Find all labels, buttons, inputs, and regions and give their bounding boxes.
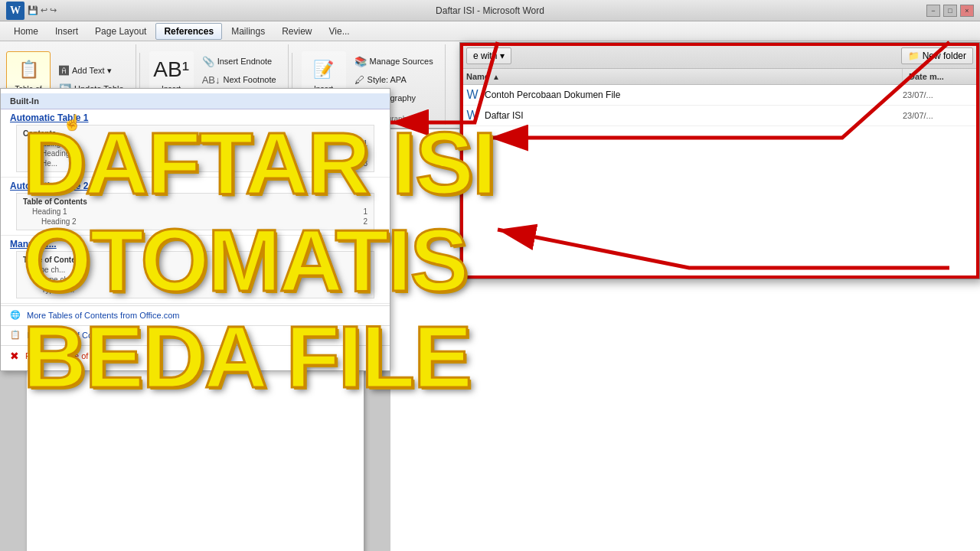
- fe-col-name: Name ▲: [460, 69, 903, 84]
- remove-toc-label: Remove Table of Contents: [25, 351, 124, 360]
- toc-dropdown: Built-In Automatic Table 1 Contents Head…: [0, 88, 390, 371]
- toc-option-auto1[interactable]: Automatic Table 1 Contents Heading 11 He…: [1, 109, 390, 178]
- manage-sources-button[interactable]: 📚 Manage Sources: [349, 54, 439, 70]
- new-folder-label: New folder: [923, 51, 966, 61]
- add-text-icon: 🅰: [59, 65, 69, 77]
- more-toc-icon: 🌐: [10, 310, 21, 320]
- toc-preview-row: He...3: [23, 158, 368, 168]
- menu-home[interactable]: Home: [6, 24, 46, 39]
- window-controls[interactable]: − □ ×: [926, 5, 974, 17]
- next-footnote-icon: AB↓: [202, 74, 220, 86]
- menu-view[interactable]: Vie...: [322, 24, 358, 39]
- more-toc-label: More Tables of Contents from Office.com: [27, 311, 180, 320]
- toc-preview-row: Heading 11: [23, 207, 368, 217]
- minimize-btn[interactable]: −: [926, 5, 940, 17]
- file-date-1: 23/07/...: [903, 90, 979, 99]
- insert-endnote-label: Insert Endnote: [217, 57, 273, 66]
- remove-toc-button[interactable]: ✖ Remove Table of Contents: [1, 345, 390, 366]
- toc-preview-row: Type ch...2: [23, 275, 368, 285]
- toc-preview-auto2: Table of Contents Heading 11 Heading 22: [16, 193, 374, 230]
- menu-page-layout[interactable]: Page Layout: [87, 24, 154, 39]
- word-file-icon-2: W: [460, 109, 485, 122]
- title-bar: W 💾 ↩ ↪ Daftar ISI - Microsoft Word − □ …: [0, 0, 980, 21]
- insert-citation-icon: 📝: [310, 56, 338, 83]
- more-toc-button[interactable]: 🌐 More Tables of Contents from Office.co…: [1, 305, 390, 324]
- sort-icon: ▲: [492, 73, 500, 81]
- menu-insert[interactable]: Insert: [47, 24, 86, 39]
- toc-preview-row: Type ch...1: [23, 265, 368, 275]
- fe-col-date: Date m...: [903, 69, 979, 84]
- style-label: Style: APA: [368, 75, 407, 84]
- insert-endnote-icon: 📎: [202, 56, 214, 67]
- next-footnote-label: Next Footnote: [223, 75, 276, 84]
- toc-icon: 📋: [15, 56, 42, 83]
- manage-sources-icon: 📚: [354, 56, 367, 67]
- toc-preview-manual: Table of Contents Type ch...1 Type ch...…: [16, 251, 374, 298]
- toc-preview-row: Table of Contents: [23, 255, 368, 265]
- toc-preview-row: Heading 11: [23, 139, 368, 148]
- new-folder-icon: 📁: [908, 51, 920, 61]
- menu-review[interactable]: Review: [274, 24, 319, 39]
- share-with-button[interactable]: e with ▾: [466, 47, 511, 64]
- file-name-1: Contoh Percobaan Dokumen File: [485, 90, 903, 100]
- insert-footnote-icon: AB¹: [158, 56, 185, 83]
- word-file-icon-1: W: [460, 88, 485, 102]
- menu-bar: Home Insert Page Layout References Maili…: [0, 21, 980, 41]
- toc-preview-row: Contents: [23, 129, 368, 139]
- share-with-label: e with ▾: [473, 51, 505, 61]
- window-title: Daftar ISI - Microsoft Word: [436, 5, 544, 16]
- toc-option-auto2-title: Automatic Table 2: [10, 181, 381, 191]
- fe-header: Name ▲ Date m...: [460, 69, 979, 85]
- new-folder-button[interactable]: 📁 New folder: [901, 47, 973, 64]
- toc-option-manual-title: Manual T...: [10, 239, 381, 249]
- add-text-button[interactable]: 🅰 Add Text ▾: [54, 63, 129, 79]
- col-date-label: Date m...: [909, 72, 944, 81]
- insert-toc-label: Insert Table of Contents...: [27, 331, 122, 340]
- toc-section-header: Built-In: [1, 93, 390, 109]
- toc-option-auto1-title: Automatic Table 1: [10, 112, 381, 123]
- next-footnote-button[interactable]: AB↓ Next Footnote: [197, 72, 282, 88]
- toc-preview-row: Type ch...3: [23, 285, 368, 295]
- style-button[interactable]: 🖊 Style: APA: [349, 72, 439, 88]
- style-icon: 🖊: [354, 74, 364, 86]
- file-date-2: 23/07/...: [903, 111, 979, 120]
- col-name-label: Name: [466, 72, 489, 81]
- file-name-2: Daftar ISI: [485, 110, 903, 121]
- fe-content: Name ▲ Date m... W Contoh Percobaan Doku…: [460, 69, 979, 279]
- toc-preview-row: Heading 22: [23, 148, 368, 158]
- fe-toolbar: e with ▾ 📁 New folder: [460, 43, 979, 69]
- toc-preview-row: Heading 22: [23, 217, 368, 227]
- manage-sources-label: Manage Sources: [370, 57, 433, 66]
- file-list: Name ▲ Date m... W Contoh Percobaan Doku…: [460, 69, 979, 279]
- insert-toc-icon: 📋: [10, 330, 21, 340]
- file-row-1[interactable]: W Contoh Percobaan Dokumen File 23/07/..…: [460, 85, 979, 106]
- menu-references[interactable]: References: [155, 23, 222, 40]
- insert-endnote-button[interactable]: 📎 Insert Endnote: [197, 54, 282, 70]
- toc-option-auto2[interactable]: Automatic Table 2 Table of Contents Head…: [1, 178, 390, 236]
- menu-mailings[interactable]: Mailings: [224, 24, 273, 39]
- insert-toc-button[interactable]: 📋 Insert Table of Contents...: [1, 325, 390, 344]
- remove-toc-icon: ✖: [10, 350, 19, 362]
- close-btn[interactable]: ×: [960, 5, 974, 17]
- maximize-btn[interactable]: □: [943, 5, 957, 17]
- toc-preview-auto1: Contents Heading 11 Heading 22 He...3: [16, 125, 374, 172]
- toc-preview-row: Table of Contents: [23, 197, 368, 207]
- file-row-2[interactable]: W Daftar ISI 23/07/...: [460, 106, 979, 126]
- word-icon: W: [6, 2, 24, 20]
- toc-option-manual[interactable]: Manual T... Table of Contents Type ch...…: [1, 236, 390, 304]
- file-explorer: e with ▾ 📁 New folder Name ▲ Date m... W: [459, 42, 980, 279]
- add-text-label: Add Text ▾: [72, 66, 112, 76]
